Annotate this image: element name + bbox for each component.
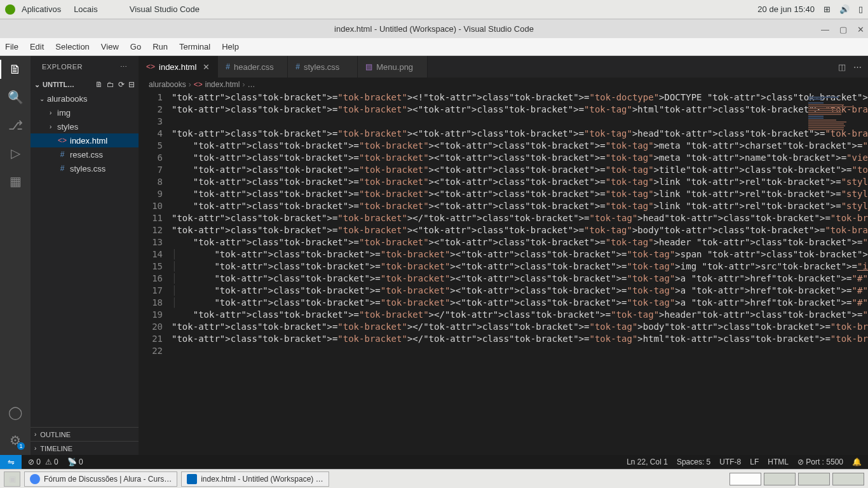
status-bar: ⇋ ⊘ 0 ⚠ 0 📡 0 Ln 22, Col 1 Spaces: 5 UTF… <box>0 455 868 469</box>
os-menu-places[interactable]: Locais <box>74 4 98 14</box>
file-tree: ⌄alurabooks ›img ›styles <>index.html #r… <box>31 92 139 175</box>
tree-file-reset[interactable]: #reset.css <box>31 147 139 161</box>
sidebar-workspace-header[interactable]: ⌄ UNTITL… 🗎 🗀 ⟳ ⊟ <box>31 78 139 92</box>
close-icon[interactable]: ✕ <box>203 62 210 72</box>
tab-header-css[interactable]: #header.css <box>218 56 288 78</box>
sidebar-outline[interactable]: ›OUTLINE <box>31 427 139 441</box>
minimize-button[interactable]: — <box>821 25 829 34</box>
window-title: index.html - Untitled (Workspace) - Visu… <box>334 24 534 34</box>
activity-extensions-icon[interactable]: ▦ <box>7 173 24 189</box>
window-title-bar: index.html - Untitled (Workspace) - Visu… <box>0 19 868 38</box>
tab-menu-png[interactable]: ▤Menu.png <box>358 56 428 78</box>
status-language[interactable]: HTML <box>768 458 789 466</box>
volume-icon[interactable]: 🔊 <box>839 4 850 14</box>
editor-more-icon[interactable]: ⋯ <box>853 62 862 72</box>
activity-explorer-icon[interactable]: 🗎 <box>7 61 24 78</box>
status-cursor[interactable]: Ln 22, Col 1 <box>627 458 668 466</box>
os-clock[interactable]: 20 de jun 15:40 <box>757 4 815 14</box>
split-editor-icon[interactable]: ◫ <box>838 62 846 72</box>
tree-file-index[interactable]: <>index.html <box>31 133 139 147</box>
menu-bar: File Edit Selection View Go Run Terminal… <box>0 38 868 56</box>
os-task-bar: ▣ Fórum de Discussões | Alura - Curs… in… <box>0 469 868 488</box>
sidebar-title: EXPLORER <box>42 63 83 71</box>
os-top-panel: Aplicativos Locais Visual Studio Code 20… <box>0 0 868 19</box>
tab-styles-css[interactable]: #styles.css <box>288 56 358 78</box>
workspace-3[interactable] <box>798 473 830 485</box>
workspace-4[interactable] <box>832 473 864 485</box>
menu-file[interactable]: File <box>5 42 18 51</box>
activity-account-icon[interactable]: ◯ <box>7 404 24 421</box>
show-desktop-icon[interactable]: ▣ <box>4 471 20 487</box>
os-menu-applications[interactable]: Aplicativos <box>22 4 61 14</box>
new-file-icon[interactable]: 🗎 <box>95 80 103 89</box>
sidebar-timeline[interactable]: ›TIMELINE <box>31 441 139 455</box>
breadcrumb[interactable]: alurabooks› <> index.html› … <box>139 78 868 92</box>
tree-folder-styles[interactable]: ›styles <box>31 119 139 133</box>
menu-help[interactable]: Help <box>222 42 239 51</box>
os-logo-icon[interactable] <box>5 4 15 15</box>
workspace-1[interactable] <box>729 473 761 485</box>
menu-view[interactable]: View <box>101 42 119 51</box>
status-indent[interactable]: Spaces: 5 <box>677 458 710 466</box>
maximize-button[interactable]: ▢ <box>839 25 847 34</box>
close-button[interactable]: ✕ <box>857 25 864 34</box>
menu-selection[interactable]: Selection <box>55 42 89 51</box>
status-liveserver[interactable]: ⊘ Port : 5500 <box>797 458 843 466</box>
os-active-app[interactable]: Visual Studio Code <box>130 4 200 14</box>
status-errors[interactable]: ⊘ 0 ⚠ 0 <box>28 458 58 466</box>
refresh-icon[interactable]: ⟳ <box>118 80 125 89</box>
menu-edit[interactable]: Edit <box>30 42 44 51</box>
activity-search-icon[interactable]: 🔍 <box>7 89 24 105</box>
activity-debug-icon[interactable]: ▷ <box>7 145 24 161</box>
menu-go[interactable]: Go <box>130 42 141 51</box>
sidebar-workspace-name: UNTITL… <box>43 81 74 88</box>
tab-index-html[interactable]: <>index.html✕ <box>139 56 218 78</box>
editor-group: <>index.html✕ #header.css #styles.css ▤M… <box>139 56 868 455</box>
code-editor[interactable]: 12345678910111213141516171819202122 "tok… <box>139 92 868 455</box>
status-encoding[interactable]: UTF-8 <box>719 458 741 466</box>
minimap[interactable] <box>808 97 859 122</box>
line-numbers: 12345678910111213141516171819202122 <box>139 92 172 455</box>
remote-indicator[interactable]: ⇋ <box>0 455 22 469</box>
task-chrome[interactable]: Fórum de Discussões | Alura - Curs… <box>24 471 177 487</box>
menu-terminal[interactable]: Terminal <box>179 42 210 51</box>
sidebar: EXPLORER ⋯ ⌄ UNTITL… 🗎 🗀 ⟳ ⊟ ⌄alurabooks… <box>31 56 139 455</box>
new-folder-icon[interactable]: 🗀 <box>107 80 114 89</box>
menu-run[interactable]: Run <box>153 42 168 51</box>
chrome-icon <box>30 474 40 484</box>
status-bell-icon[interactable]: 🔔 <box>852 458 862 466</box>
tree-file-styles[interactable]: #styles.css <box>31 161 139 175</box>
tab-bar: <>index.html✕ #header.css #styles.css ▤M… <box>139 56 868 78</box>
activity-settings-icon[interactable]: ⚙1 <box>7 432 24 449</box>
network-icon[interactable]: ⊞ <box>824 4 831 14</box>
battery-icon[interactable]: ▯ <box>858 4 863 14</box>
activity-bar: 🗎 🔍 ⎇ ▷ ▦ ◯ ⚙1 <box>0 56 31 455</box>
status-eol[interactable]: LF <box>750 458 759 466</box>
task-vscode[interactable]: index.html - Untitled (Workspace) … <box>181 471 329 487</box>
sidebar-more-icon[interactable]: ⋯ <box>120 63 128 71</box>
tree-folder-root[interactable]: ⌄alurabooks <box>31 92 139 105</box>
status-ports[interactable]: 📡 0 <box>67 458 83 466</box>
workspace-2[interactable] <box>764 473 796 485</box>
collapse-all-icon[interactable]: ⊟ <box>128 80 135 89</box>
vscode-icon <box>187 474 197 484</box>
activity-scm-icon[interactable]: ⎇ <box>7 117 24 133</box>
tree-folder-img[interactable]: ›img <box>31 105 139 119</box>
